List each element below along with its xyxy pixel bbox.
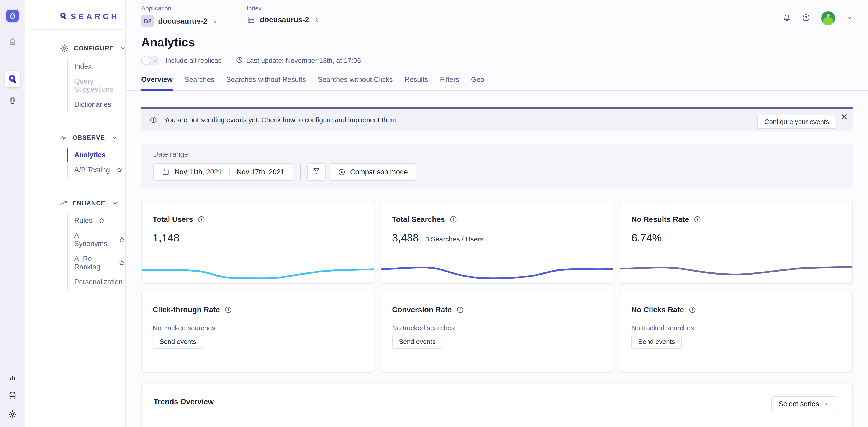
metric-title: No Clicks Rate: [631, 305, 684, 314]
metric-title: Total Searches: [392, 215, 445, 224]
date-range-label: Date range: [153, 150, 853, 158]
no-tracked-searches-text: No tracked searches: [381, 314, 613, 332]
sidebar-section-observe: OBSERVEAnalyticsA/B Testing: [25, 134, 125, 177]
rail-monitoring-button[interactable]: [8, 373, 17, 382]
last-update-text: Last update: November 18th, at 17:05: [246, 57, 361, 64]
sparkline-chart: [620, 262, 852, 281]
include-replicas-label: Include all replicas: [165, 57, 222, 64]
close-icon[interactable]: [840, 113, 848, 121]
configure-events-button[interactable]: Configure your events: [757, 115, 836, 129]
tab-overview[interactable]: Overview: [141, 75, 173, 90]
sparkline-chart: [381, 262, 613, 281]
gear-icon: [60, 44, 69, 53]
sidebar-item-a-b-testing[interactable]: A/B Testing: [68, 163, 125, 177]
user-avatar[interactable]: [821, 11, 835, 26]
sidebar-item-ai-synonyms[interactable]: AI Synonyms: [68, 228, 125, 251]
comparison-mode-label: Comparison mode: [350, 168, 408, 176]
rail-recommend-button[interactable]: [5, 93, 20, 108]
play-circle-icon: [338, 168, 346, 176]
sidebar-item-personalization[interactable]: Personalization: [68, 274, 125, 290]
star-icon[interactable]: [119, 260, 125, 266]
info-icon[interactable]: [456, 306, 464, 314]
trends-title: Trends Overview: [154, 397, 214, 406]
send-events-button[interactable]: Send events: [153, 335, 203, 349]
sidebar-item-ai-re-ranking[interactable]: AI Re-Ranking: [68, 251, 125, 274]
include-replicas-toggle[interactable]: ×: [141, 56, 159, 65]
metric-suffix: 3 Searches / Users: [425, 235, 483, 243]
chevron-down-icon: [112, 200, 118, 207]
help-button[interactable]: [802, 13, 810, 23]
home-icon: [8, 37, 17, 46]
metric-card-click-through-rate: Click-through RateNo tracked searchesSen…: [141, 291, 374, 372]
rail-data-button[interactable]: [8, 391, 17, 400]
sidebar-item-rules[interactable]: Rules: [68, 213, 125, 228]
sidebar-section-configure: CONFIGUREIndexQuery SuggestionsDictionar…: [25, 44, 125, 112]
application-selector[interactable]: Application D2 docusaurus-2: [141, 5, 218, 27]
rail-search-button[interactable]: [5, 71, 20, 88]
date-separator: |: [228, 168, 230, 176]
section-label: ENHANCE: [72, 200, 105, 207]
sidebar-item-label: Query Suggestions: [74, 77, 125, 94]
stopwatch-icon: [8, 11, 17, 20]
no-tracked-searches-text: No tracked searches: [142, 314, 374, 332]
chevron-down-icon: [823, 401, 830, 407]
tab-results[interactable]: Results: [405, 75, 428, 90]
info-icon[interactable]: [693, 216, 701, 223]
tab-searches-without-clicks[interactable]: Searches without Clicks: [318, 75, 393, 90]
sidebar-section-header-enhance[interactable]: ENHANCE: [25, 199, 125, 207]
select-series-button[interactable]: Select series: [771, 396, 837, 412]
application-value: docusaurus-2: [158, 17, 207, 26]
star-icon[interactable]: [98, 217, 105, 224]
application-badge: D2: [141, 15, 154, 27]
metric-title: Click-through Rate: [153, 305, 220, 314]
search-logo[interactable]: SEARCH: [25, 0, 125, 21]
chevron-down-icon: [111, 134, 118, 141]
info-icon[interactable]: [197, 216, 205, 223]
calendar-icon: [162, 168, 169, 176]
info-icon[interactable]: [688, 306, 696, 314]
star-icon[interactable]: [119, 236, 125, 243]
sidebar-item-analytics[interactable]: Analytics: [68, 147, 125, 163]
send-events-button[interactable]: Send events: [631, 335, 682, 349]
date-range-picker[interactable]: Nov 11th, 2021 | Nov 17th, 2021: [153, 163, 293, 181]
date-end: Nov 17th, 2021: [237, 168, 284, 176]
info-icon[interactable]: [224, 306, 232, 314]
index-selector[interactable]: Index docusaurus-2: [247, 5, 320, 27]
sidebar-section-header-observe[interactable]: OBSERVE: [25, 134, 125, 141]
trending-icon: [60, 199, 67, 207]
sidebar-item-index[interactable]: Index: [68, 59, 125, 74]
sidebar-item-label: Personalization: [74, 278, 123, 286]
application-label: Application: [141, 5, 218, 12]
notifications-button[interactable]: [782, 13, 791, 23]
rail-home-button[interactable]: [5, 34, 20, 49]
account-menu-button[interactable]: [846, 14, 853, 22]
page-title: Analytics: [126, 35, 868, 49]
sidebar-item-dictionaries[interactable]: Dictionaries: [68, 97, 125, 112]
database-icon: [8, 391, 17, 400]
algolia-app-icon[interactable]: [6, 9, 19, 22]
events-banner: You are not sending events yet. Check ho…: [141, 107, 853, 131]
filters-button[interactable]: [307, 163, 326, 181]
section-label: OBSERVE: [72, 134, 105, 141]
sidebar-item-label: A/B Testing: [74, 166, 110, 174]
metric-value: 3,488: [392, 231, 419, 244]
metric-title: Conversion Rate: [392, 305, 452, 314]
replicas-toggle-row: × Include all replicas Last update: Nove…: [126, 56, 868, 65]
tab-filters[interactable]: Filters: [440, 75, 459, 90]
tab-geo[interactable]: Geo: [471, 75, 484, 90]
date-range-section: Date range Nov 11th, 2021 | Nov 17th, 20…: [141, 144, 853, 189]
send-events-button[interactable]: Send events: [392, 335, 442, 349]
sidebar-item-label: Dictionaries: [74, 100, 111, 108]
tab-searches-without-results[interactable]: Searches without Results: [226, 75, 306, 90]
sidebar-item-label: Index: [74, 62, 92, 70]
comparison-mode-button[interactable]: Comparison mode: [330, 163, 416, 181]
sidebar-item-query-suggestions[interactable]: Query Suggestions: [68, 74, 125, 97]
select-series-label: Select series: [779, 400, 819, 408]
star-icon[interactable]: [116, 167, 123, 173]
rail-settings-button[interactable]: [8, 410, 17, 419]
no-tracked-searches-text: No tracked searches: [620, 314, 852, 332]
sidebar-section-header-configure[interactable]: CONFIGURE: [25, 44, 125, 53]
search-logo-text: SEARCH: [71, 12, 119, 21]
tab-searches[interactable]: Searches: [185, 75, 214, 90]
info-icon[interactable]: [450, 216, 457, 223]
